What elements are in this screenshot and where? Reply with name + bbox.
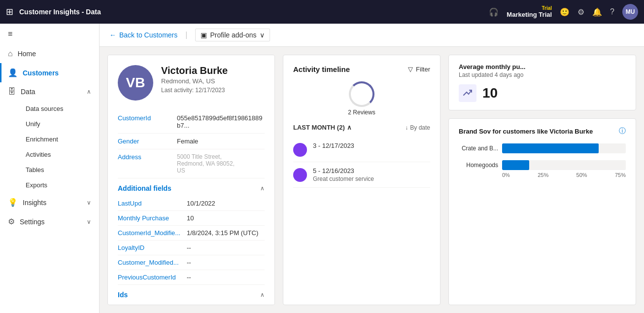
af-label-customer-modified: Customer_Modified... — [118, 259, 187, 266]
user-avatar[interactable]: MU — [622, 4, 638, 20]
af-label-previous-customerid: PreviousCustomerId — [118, 274, 187, 281]
settings-nav-icon: ⚙ — [8, 217, 15, 226]
settings-icon[interactable]: ⚙ — [577, 7, 584, 17]
x-axis: 0% 25% 50% 75% — [459, 172, 626, 178]
grid-icon[interactable]: ⊞ — [6, 6, 13, 17]
x-label-75: 75% — [615, 172, 626, 178]
field-row-gender: Gender Female — [118, 134, 265, 149]
af-row-customer-modified: Customer_Modified... -- — [118, 255, 265, 270]
sidebar-item-data[interactable]: 🗄 Data ∧ — [0, 82, 99, 101]
activity-item-1: 3 - 12/17/2023 — [293, 137, 430, 162]
bell-icon[interactable]: 🔔 — [592, 7, 602, 17]
field-value-address: 5000 Title Street,Redmond, WA 98052,US — [177, 153, 235, 174]
brand-card: Brand Sov for customers like Victoria Bu… — [448, 118, 636, 305]
filter-label: Filter — [416, 66, 430, 73]
metric-icon — [459, 84, 476, 102]
app-title: Customer Insights - Data — [19, 8, 483, 16]
bar-fill-2 — [502, 160, 529, 170]
af-row-customerid-modified: CustomerId_Modifie... 1/8/2024, 3:15 PM … — [118, 226, 265, 241]
activity-header: Activity timeline ▽ Filter — [293, 65, 430, 73]
customers-icon: 👤 — [8, 68, 18, 77]
period-chevron-icon: ∧ — [347, 124, 352, 131]
hamburger-button[interactable]: ≡ — [0, 24, 99, 44]
sidebar-item-tables[interactable]: Tables — [20, 162, 99, 177]
field-row-customerid: CustomerId 055e8517899d5ef8f19861889b7..… — [118, 110, 265, 134]
brand-title: Brand Sov for customers like Victoria Bu… — [459, 128, 593, 135]
af-label-customerid-modified: CustomerId_Modifie... — [118, 229, 187, 237]
activity-date-2: 5 - 12/16/2023 — [313, 167, 374, 174]
field-value-gender: Female — [177, 138, 198, 145]
sidebar-label-data-sources: Data sources — [26, 105, 64, 112]
af-value-monthly-purchase: 10 — [187, 214, 194, 222]
bar-chart: Crate and B... Homegoods — [459, 143, 626, 170]
filter-button[interactable]: ▽ Filter — [408, 66, 430, 73]
metric-value-row: 10 — [459, 84, 626, 102]
customer-name: Victoria Burke — [161, 65, 228, 76]
profile-addons-label: Profile add-ons — [210, 31, 256, 39]
field-label-customerid: CustomerId — [118, 114, 177, 129]
bar-track-1 — [502, 143, 626, 153]
sidebar-label-tables: Tables — [26, 166, 44, 174]
sidebar-item-settings[interactable]: ⚙ Settings ∨ — [0, 212, 99, 231]
sidebar-item-enrichment[interactable]: Enrichment — [20, 132, 99, 147]
emoji-icon[interactable]: 🙂 — [560, 7, 570, 17]
af-value-lastupd: 10/1/2022 — [187, 200, 215, 207]
activity-dot-2 — [293, 168, 307, 182]
metric-subtitle: Last updated 4 days ago — [459, 71, 626, 78]
customer-location: Redmond, WA, US — [161, 77, 228, 85]
af-value-customer-modified: -- — [187, 259, 191, 266]
help-icon[interactable]: ? — [610, 7, 614, 16]
sort-button[interactable]: ↓ By date — [405, 124, 430, 131]
topbar-right: 🎧 Trial Marketing Trial 🙂 ⚙ 🔔 ? MU — [489, 4, 638, 20]
insights-column: Average monthly pu... Last updated 4 day… — [448, 55, 636, 305]
bar-row-2: Homegoods — [459, 160, 626, 170]
af-label-monthly-purchase: Monthly Purchase — [118, 214, 187, 222]
af-row-loyaltyid: LoyaltyID -- — [118, 241, 265, 255]
info-icon[interactable]: ⓘ — [619, 127, 626, 136]
reviews-donut: 2 Reviews — [293, 81, 430, 116]
bar-label-2: Homegoods — [459, 162, 498, 169]
scroll-container: VB Victoria Burke Redmond, WA, US Last a… — [100, 47, 644, 313]
activity-date-1: 3 - 12/17/2023 — [313, 142, 354, 149]
headset-icon[interactable]: 🎧 — [489, 7, 499, 17]
profile-addons-button[interactable]: ▣ Profile add-ons ∨ — [195, 29, 270, 41]
field-value-customerid: 055e8517899d5ef8f19861889b7... — [177, 114, 265, 129]
sidebar-submenu-data: Data sources Unify Enrichment Activities… — [0, 101, 99, 193]
x-label-25: 25% — [538, 172, 548, 178]
af-label-lastupd: LastUpd — [118, 200, 187, 207]
sidebar-item-exports[interactable]: Exports — [20, 177, 99, 193]
x-label-50: 50% — [576, 172, 587, 178]
customer-avatar: VB — [118, 65, 153, 101]
ids-collapse-icon[interactable]: ∧ — [260, 291, 265, 298]
sidebar-item-data-sources[interactable]: Data sources — [20, 101, 99, 116]
period-text: LAST MONTH (2) — [293, 124, 345, 131]
metric-card: Average monthly pu... Last updated 4 day… — [448, 55, 636, 110]
settings-collapse-icon: ∨ — [87, 218, 91, 225]
activity-dot-1 — [293, 143, 307, 157]
insights-icon: 💡 — [8, 198, 18, 207]
back-label: Back to Customers — [119, 31, 177, 39]
trial-label: Trial — [542, 5, 552, 11]
sidebar-label-customers: Customers — [23, 69, 59, 77]
metric-title: Average monthly pu... — [459, 63, 626, 70]
sidebar-item-activities[interactable]: Activities — [20, 147, 99, 162]
sidebar-item-home[interactable]: ⌂ Home — [0, 44, 99, 63]
reviews-count: 2 Reviews — [348, 109, 375, 116]
back-to-customers-button[interactable]: ← Back to Customers — [109, 31, 177, 39]
breadcrumb-bar: ← Back to Customers | ▣ Profile add-ons … — [100, 24, 644, 47]
brand-header: Brand Sov for customers like Victoria Bu… — [459, 127, 626, 136]
period-label[interactable]: LAST MONTH (2) ∧ — [293, 124, 352, 131]
sidebar-item-unify[interactable]: Unify — [20, 116, 99, 132]
sidebar-item-customers[interactable]: 👤 Customers — [0, 63, 99, 82]
af-row-previous-customerid: PreviousCustomerId -- — [118, 270, 265, 285]
metric-value: 10 — [482, 85, 498, 101]
sidebar-label-settings: Settings — [20, 218, 45, 226]
data-collapse-icon: ∧ — [87, 88, 91, 95]
additional-fields-collapse-icon[interactable]: ∧ — [260, 185, 265, 192]
bar-fill-1 — [502, 143, 599, 153]
customer-header: VB Victoria Burke Redmond, WA, US Last a… — [118, 65, 265, 101]
topbar: ⊞ Customer Insights - Data 🎧 Trial Marke… — [0, 0, 644, 24]
sidebar-item-insights[interactable]: 💡 Insights ∨ — [0, 193, 99, 212]
af-value-previous-customerid: -- — [187, 274, 191, 281]
field-label-gender: Gender — [118, 138, 177, 145]
